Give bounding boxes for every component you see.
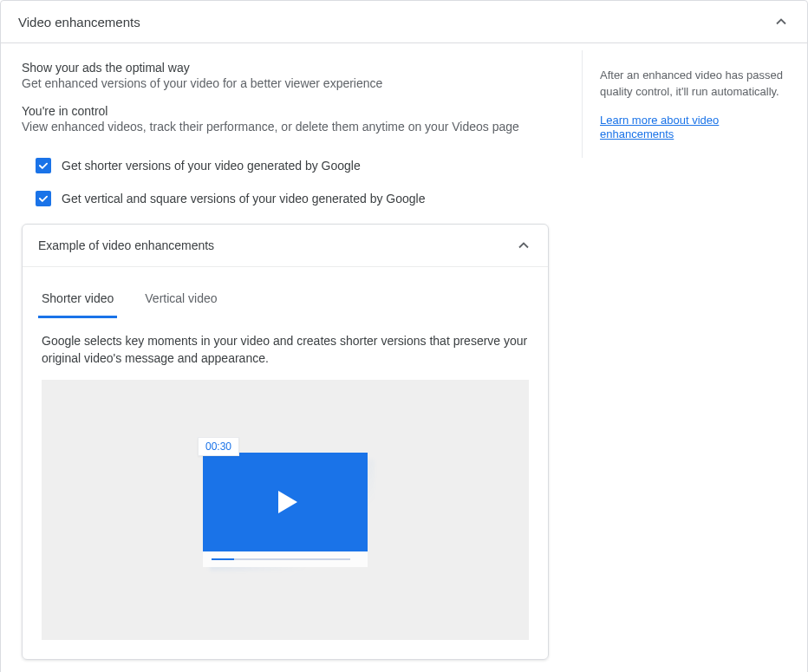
section-heading: You're in control: [22, 104, 561, 118]
section-heading: Show your ads the optimal way: [22, 61, 561, 75]
example-collapse-icon[interactable]: [515, 237, 532, 254]
option-row-vertical: Get vertical and square versions of your…: [36, 191, 561, 206]
panel-header: Video enhancements: [1, 1, 807, 43]
tab-vertical-video[interactable]: Vertical video: [141, 283, 220, 318]
timestamp-badge: 00:30: [198, 437, 239, 456]
panel-title: Video enhancements: [18, 15, 140, 29]
video-thumbnail: [203, 453, 368, 551]
example-header: Example of video enhancements: [23, 225, 548, 267]
progress-bar: [203, 551, 368, 567]
option-row-shorter: Get shorter versions of your video gener…: [36, 158, 561, 173]
side-note: After an enhanced video has passed quali…: [600, 68, 786, 101]
video-enhancements-panel: Video enhancements Show your ads the opt…: [0, 0, 808, 672]
example-title: Example of video enhancements: [38, 238, 214, 252]
checkbox-vertical[interactable]: [36, 191, 51, 206]
example-tabs: Shorter video Vertical video: [23, 283, 548, 318]
learn-more-link[interactable]: Learn more about video enhancements: [600, 114, 719, 140]
checkbox-shorter[interactable]: [36, 158, 51, 173]
preview-area: 00:30: [42, 380, 529, 640]
section-description: Get enhanced versions of your video for …: [22, 76, 561, 90]
side-column: After an enhanced video has passed quali…: [582, 50, 807, 158]
play-icon: [278, 491, 297, 513]
checkbox-label: Get shorter versions of your video gener…: [62, 159, 361, 173]
video-preview: 00:30: [203, 453, 368, 567]
checkbox-label: Get vertical and square versions of your…: [62, 192, 425, 206]
tab-shorter-video[interactable]: Shorter video: [38, 283, 117, 318]
progress-track: [212, 558, 350, 560]
tab-description: Google selects key moments in your video…: [23, 318, 548, 380]
collapse-icon[interactable]: [772, 13, 790, 30]
progress-fill: [212, 558, 234, 560]
main-column: Show your ads the optimal way Get enhanc…: [1, 43, 582, 672]
section-description: View enhanced videos, track their perfor…: [22, 120, 561, 134]
example-card: Example of video enhancements Shorter vi…: [22, 224, 549, 660]
